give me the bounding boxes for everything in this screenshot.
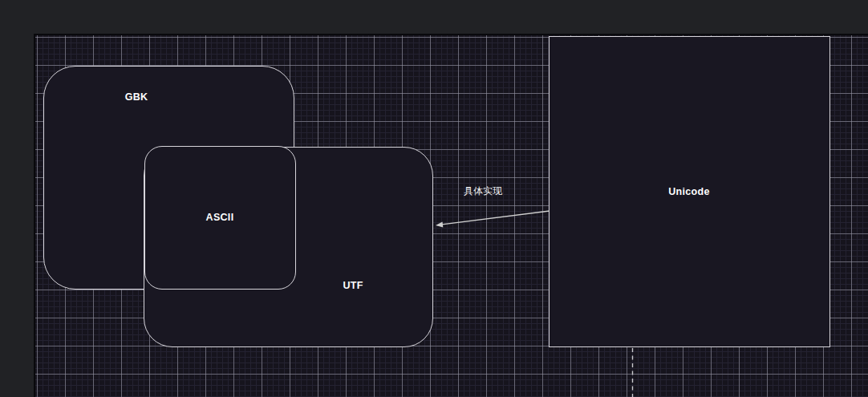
implementation-arrow-label: 具体实现: [464, 184, 502, 198]
diagram-editor-viewport: GBK ASCII UTF Unicode 具体实现: [0, 0, 868, 397]
node-ascii-label: ASCII: [206, 212, 234, 223]
node-utf-label: UTF: [343, 280, 363, 291]
node-gbk-label: GBK: [125, 91, 148, 103]
node-unicode-label: Unicode: [668, 186, 709, 197]
